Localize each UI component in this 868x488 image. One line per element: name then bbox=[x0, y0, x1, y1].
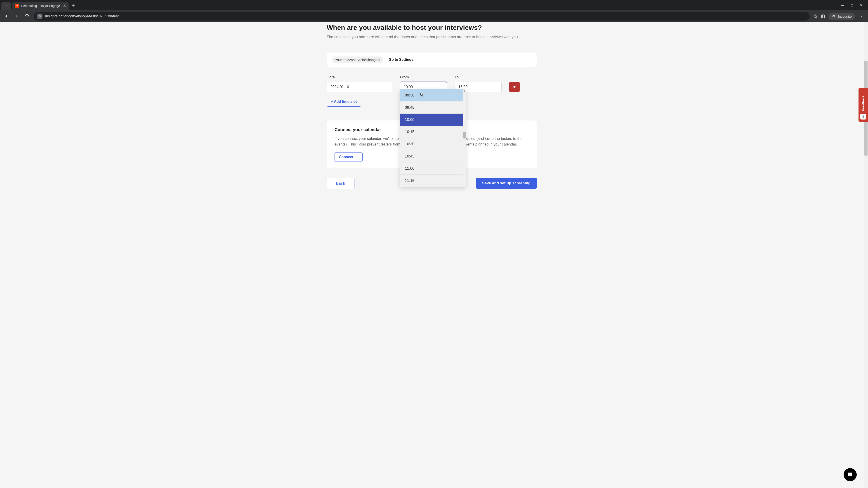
hotjar-favicon-icon bbox=[15, 4, 19, 8]
url-field[interactable]: ⚙ insights.hotjar.com/engage/tests/16177… bbox=[34, 12, 810, 21]
back-button[interactable]: Back bbox=[327, 178, 354, 189]
add-time-slot-button[interactable]: + Add time slot bbox=[327, 97, 361, 107]
bookmark-icon[interactable] bbox=[813, 14, 817, 19]
delete-slot-button[interactable] bbox=[509, 82, 520, 92]
trash-icon bbox=[513, 85, 517, 89]
page-viewport: When are you available to host your inte… bbox=[0, 22, 868, 488]
reader-icon[interactable] bbox=[821, 14, 825, 19]
date-field[interactable]: 2024-01-10 bbox=[327, 82, 392, 92]
tab-search-button[interactable] bbox=[1, 2, 11, 10]
timezone-settings-link[interactable]: Go to Settings bbox=[389, 58, 413, 62]
site-info-icon[interactable]: ⚙ bbox=[37, 13, 42, 19]
browser-menu-button[interactable]: ⋮ bbox=[858, 13, 865, 19]
dropdown-option[interactable]: 09:45 bbox=[400, 101, 463, 113]
connect-button[interactable]: Connect bbox=[335, 152, 363, 162]
dropdown-option[interactable]: 11:15 bbox=[400, 175, 463, 187]
window-close-button[interactable]: ✕ bbox=[860, 3, 863, 7]
browser-address-bar: ⚙ insights.hotjar.com/engage/tests/16177… bbox=[0, 10, 868, 22]
browser-tab[interactable]: Scheduling - Hotjar Engage ✕ bbox=[12, 2, 69, 10]
dropdown-scrollbar[interactable]: ▲ bbox=[463, 89, 466, 187]
label-date: Date bbox=[327, 75, 392, 79]
incognito-indicator[interactable]: Incognito bbox=[829, 13, 855, 20]
page-subtext: The time slots you add here will control… bbox=[327, 34, 537, 40]
window-minimize-button[interactable]: — bbox=[841, 3, 844, 7]
nav-reload-button[interactable] bbox=[24, 13, 31, 20]
dropdown-option[interactable]: 10:15 bbox=[400, 126, 463, 138]
chat-widget-button[interactable] bbox=[844, 468, 857, 481]
url-text: insights.hotjar.com/engage/tests/16177/d… bbox=[45, 14, 807, 18]
tab-title: Scheduling - Hotjar Engage bbox=[21, 4, 61, 8]
chat-icon bbox=[847, 471, 853, 478]
dropdown-option[interactable]: 09:30 bbox=[400, 89, 463, 101]
nav-forward-button[interactable] bbox=[13, 13, 20, 20]
from-time-dropdown: 09:30 09:45 10:00 10:15 10:30 10:45 11:0… bbox=[400, 89, 466, 187]
dropdown-scrollbar-thumb[interactable] bbox=[463, 132, 466, 138]
tab-close-icon[interactable]: ✕ bbox=[63, 4, 66, 8]
nav-back-button[interactable] bbox=[3, 13, 10, 20]
dropdown-option[interactable]: 11:00 bbox=[400, 162, 463, 175]
scroll-up-icon[interactable]: ▲ bbox=[463, 89, 466, 92]
incognito-icon bbox=[832, 14, 836, 19]
timezone-row: Your timezone: Asia/Shanghai Go to Setti… bbox=[327, 53, 537, 67]
dropdown-option[interactable]: 10:45 bbox=[400, 150, 463, 162]
label-to: To bbox=[455, 75, 502, 79]
feedback-smiley-icon: ☺ bbox=[860, 113, 866, 120]
page-heading: When are you available to host your inte… bbox=[327, 24, 537, 31]
feedback-tab[interactable]: Feedback ☺ bbox=[859, 88, 868, 122]
feedback-label: Feedback bbox=[862, 95, 865, 111]
label-from: From bbox=[400, 75, 447, 79]
browser-titlebar: Scheduling - Hotjar Engage ✕ + — ▢ ✕ bbox=[0, 0, 868, 10]
window-maximize-button[interactable]: ▢ bbox=[850, 3, 854, 7]
save-button[interactable]: Save and set up screening bbox=[476, 178, 537, 189]
svg-rect-1 bbox=[822, 15, 823, 18]
incognito-label: Incognito bbox=[838, 14, 852, 18]
chevron-down-icon bbox=[355, 156, 358, 159]
dropdown-option[interactable]: 10:00 bbox=[400, 113, 463, 126]
timezone-chip: Your timezone: Asia/Shanghai bbox=[332, 57, 383, 63]
window-controls: — ▢ ✕ bbox=[841, 3, 868, 7]
dropdown-option[interactable]: 10:30 bbox=[400, 138, 463, 150]
new-tab-button[interactable]: + bbox=[72, 3, 75, 8]
svg-rect-0 bbox=[822, 15, 825, 18]
